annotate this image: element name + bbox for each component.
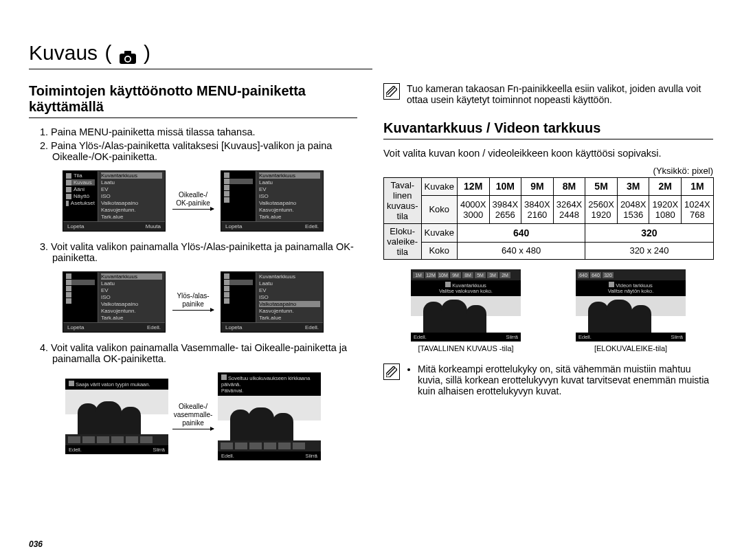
svg-point-3: [126, 57, 130, 61]
mode-normal-block: 1M 12M 10M 9M 8M 5M 3M 2M KuvantarkkuusV…: [411, 269, 521, 352]
left-section-heading: Toimintojen käyttöönotto MENU-painiketta…: [29, 83, 357, 118]
cell-koko: Koko: [421, 195, 457, 223]
menu-screens-row-1: Tila Kuvaus Ääni Näyttö Asetukset Kuvant…: [29, 170, 357, 232]
row-normal-mode: Taval- linen kuvaus- tila: [384, 178, 422, 224]
menu-screenshot-left-2: Kuvantarkkuus Laatu EV ISO Valkotasapain…: [63, 271, 166, 333]
step-1: 1. Paina MENU-painiketta missä tilassa t…: [40, 126, 357, 137]
resolution-note-text: Mitä korkeampi erottelukyky on, sitä väh…: [418, 363, 713, 396]
mode-video-caption: [ELOKUVALEIKE-tila]: [576, 344, 686, 352]
left-steps-4: 4. Voit valita valikon painamalla Vasemm…: [40, 342, 357, 364]
step-3: 3. Voit valita valikon painamalla Ylös-/…: [40, 241, 357, 263]
resolution-note: Mitä korkeampi erottelukyky on, sitä väh…: [383, 363, 713, 396]
arrow-right-ok-label: Oikealle-/ OK-painike: [172, 191, 214, 211]
photo-screenshot-left: Saaja värit vaton tyypin mukaan. Edell.S…: [65, 379, 168, 454]
camera-icon: [119, 46, 137, 60]
row-video-mode: Eloku- valeike- tila: [384, 224, 422, 260]
mode-video-screenshot: 640 640 320 Videon tarkkuusValitse näytö…: [576, 269, 686, 341]
right-column: Tuo kameran takaosan Fn-painikkeella esi…: [383, 83, 713, 470]
page-number: 036: [29, 539, 43, 549]
left-steps-3: 3. Voit valita valikon painamalla Ylös-/…: [40, 241, 357, 263]
arrow-right-icon: [172, 429, 214, 429]
title-paren: (: [99, 41, 117, 65]
cell-kuvake: Kuvake: [421, 178, 457, 196]
arrow-right-icon: [172, 310, 214, 311]
title-text: Kuvaus: [29, 41, 98, 65]
step-4: 4. Voit valita valikon painamalla Vasemm…: [40, 342, 357, 364]
title-paren-close: ): [138, 41, 150, 65]
fn-note: Tuo kameran takaosan Fn-painikkeella esi…: [383, 83, 713, 105]
fn-note-text: Tuo kameran takaosan Fn-painikkeella esi…: [407, 83, 713, 105]
mode-samples: 1M 12M 10M 9M 8M 5M 3M 2M KuvantarkkuusV…: [383, 269, 713, 352]
resolution-note-list: Mitä korkeampi erottelukyky on, sitä väh…: [407, 363, 713, 396]
menu-screenshot-right-2: Kuvantarkkuus Laatu EV ISO Valkotasapain…: [221, 271, 324, 333]
unit-label: (Yksikkö: pixel): [383, 166, 713, 176]
step-2: 2. Paina Ylös-/Alas-painiketta valitakse…: [40, 140, 357, 162]
menu-screenshot-right-1: Kuvantarkkuus Laatu EV ISO Valkotasapain…: [221, 170, 324, 232]
right-intro: Voit valita kuvan koon / videoleikkeen k…: [383, 148, 713, 159]
note-icon: [383, 83, 400, 100]
photo-screenshot-right: Soveltuu ulkokuvaukseen kirkkaana päivän…: [218, 372, 321, 460]
left-column: Toimintojen käyttöönotto MENU-painiketta…: [29, 83, 357, 470]
right-section-heading: Kuvantarkkuus / Videon tarkkuus: [383, 120, 713, 139]
mode-video-block: 640 640 320 Videon tarkkuusValitse näytö…: [576, 269, 686, 352]
arrow-right-icon: [172, 209, 214, 210]
left-steps-12: 1. Paina MENU-painiketta missä tilassa t…: [40, 126, 357, 162]
note-icon: [383, 363, 400, 380]
svg-rect-1: [124, 51, 131, 55]
arrow-lr-label: Oikealle-/ vasemmalle- painike: [172, 403, 214, 431]
size-table: Taval- linen kuvaus- tila Kuvake 12M 10M…: [383, 177, 714, 260]
mode-normal-caption: [TAVALLINEN KUVAUS -tila]: [411, 344, 521, 352]
menu-screenshot-left-1: Tila Kuvaus Ääni Näyttö Asetukset Kuvant…: [63, 170, 166, 232]
arrow-updown-label: Ylös-/alas- painike: [172, 292, 214, 312]
menu-screens-row-2: Kuvantarkkuus Laatu EV ISO Valkotasapain…: [29, 271, 357, 333]
mode-normal-screenshot: 1M 12M 10M 9M 8M 5M 3M 2M KuvantarkkuusV…: [411, 269, 521, 341]
page-title: Kuvaus ( ): [29, 41, 372, 69]
photo-screens-row: Saaja värit vaton tyypin mukaan. Edell.S…: [29, 372, 357, 460]
